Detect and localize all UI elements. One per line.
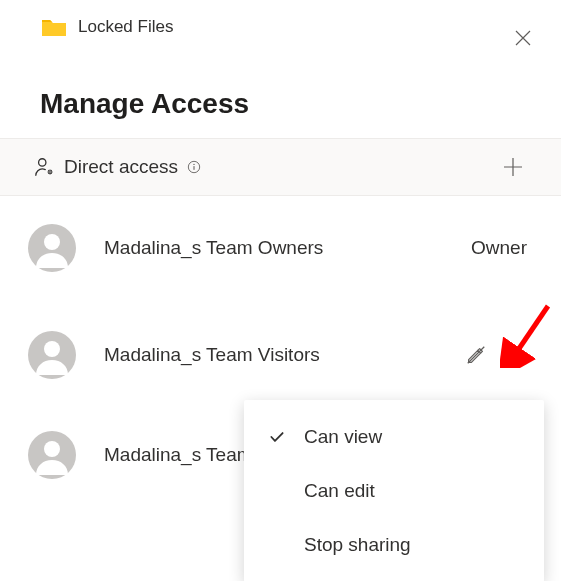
svg-point-6 <box>44 234 60 250</box>
dropdown-option-can-edit[interactable]: Can edit <box>244 464 544 518</box>
dropdown-option-label: Stop sharing <box>304 534 411 556</box>
avatar <box>28 431 76 479</box>
svg-point-8 <box>44 341 60 357</box>
avatar <box>28 224 76 272</box>
svg-point-1 <box>49 171 52 174</box>
role-dropdown-toggle[interactable] <box>505 344 527 366</box>
check-icon <box>268 428 304 446</box>
role-label: Owner <box>471 237 527 259</box>
dropdown-option-stop-sharing[interactable]: Stop sharing <box>244 518 544 572</box>
principal-row: Madalina_s Team Visitors <box>0 300 561 410</box>
close-button[interactable] <box>509 24 537 52</box>
section-label: Direct access <box>64 156 178 178</box>
info-icon[interactable] <box>186 159 202 175</box>
page-title: Manage Access <box>0 54 561 138</box>
svg-point-0 <box>39 159 46 166</box>
cannot-edit-icon <box>465 344 487 366</box>
person-settings-icon <box>34 156 56 178</box>
principal-name: Madalina_s Team Visitors <box>104 344 465 366</box>
dropdown-option-label: Can edit <box>304 480 375 502</box>
dropdown-option-can-view[interactable]: Can view <box>244 410 544 464</box>
panel-header: Locked Files <box>0 0 561 54</box>
folder-icon <box>40 16 68 38</box>
add-principal-button[interactable] <box>499 153 527 181</box>
folder-name: Locked Files <box>78 17 173 37</box>
close-icon <box>513 28 533 48</box>
svg-rect-4 <box>194 166 195 170</box>
avatar <box>28 331 76 379</box>
role-dropdown-menu: Can view Can edit Stop sharing <box>244 400 544 581</box>
principal-name: Madalina_s Team Owners <box>104 237 471 259</box>
principal-row: Madalina_s Team Owners Owner <box>0 196 561 300</box>
direct-access-section-header: Direct access <box>0 138 561 196</box>
svg-point-10 <box>44 441 60 457</box>
chevron-down-icon <box>508 347 524 363</box>
svg-point-3 <box>193 164 194 165</box>
dropdown-option-label: Can view <box>304 426 382 448</box>
plus-icon <box>501 155 525 179</box>
